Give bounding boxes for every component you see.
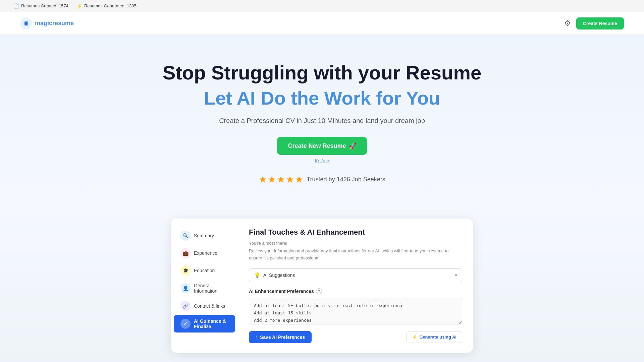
hero-subtext: Create a Professional CV in Just 10 Minu… [13,117,631,125]
bolt-icon: ⚡ [76,3,82,9]
lightbulb-icon: 💡 [254,272,261,279]
chevron-down-icon: ▾ [455,273,457,278]
ai-suggestions-label: AI Suggestions [263,273,295,278]
save-icon: ↑ [256,335,258,340]
ai-suggestions-dropdown[interactable]: 💡 AI Suggestions ▾ [249,268,462,282]
settings-icon[interactable]: ⚙ [564,19,571,28]
ai-preferences-textarea[interactable] [249,298,462,324]
sidebar-item-contact[interactable]: 🔗 Contact & links [174,298,235,314]
generate-bolt-icon: ⚡ [412,335,417,340]
experience-icon: 💼 [180,248,191,258]
sidebar-item-education[interactable]: 🎓 Education [174,262,235,279]
resumes-generated-text: Resumes Generated: 1305 [84,3,137,8]
ai-dropdown-left: 💡 AI Suggestions [254,272,295,279]
card-main: Final Touches & AI Enhancement You're al… [238,219,473,353]
sidebar-education-label: Education [194,268,215,273]
sidebar-ai-label: AI Guidance & Finalize [194,318,228,329]
topbar: 📄 Resumes Created: 1574 ⚡ Resumes Genera… [0,0,644,12]
sidebar-item-experience[interactable]: 💼 Experience [174,245,235,261]
card-sidebar: 🔍 Summary 💼 Experience 🎓 Education 👤 Gen… [171,219,238,353]
sidebar-contact-label: Contact & links [194,303,225,309]
generate-label: Generate using AI [419,335,457,340]
save-ai-preferences-button[interactable]: ↑ Save AI Preferences [249,331,312,343]
logo[interactable]: magicresume [20,17,74,29]
svg-point-1 [25,22,28,25]
card-desc1: You're almost there! [249,241,462,246]
summary-icon: 🔍 [180,231,191,241]
sidebar-summary-label: Summary [194,233,214,238]
hero-headline2: Let AI Do the Work for You [13,87,631,109]
resume-card: 🔍 Summary 💼 Experience 🎓 Education 👤 Gen… [171,219,473,353]
card-desc2: Review your information and provide any … [249,248,462,262]
pref-label: AI Enhancement Preferences ? [249,288,462,294]
card-section: 🔍 Summary 💼 Experience 🎓 Education 👤 Gen… [0,205,644,362]
create-resume-button[interactable]: Create Resume [576,17,624,29]
help-icon[interactable]: ? [316,288,322,294]
cta-label: Create New Resume [288,142,346,149]
generate-using-ai-button[interactable]: ⚡ Generate using AI [406,331,462,343]
logo-icon [20,17,32,29]
save-label: Save AI Preferences [260,335,305,340]
pref-label-text: AI Enhancement Preferences [249,289,314,294]
sidebar-item-general[interactable]: 👤 General Information [174,280,235,297]
ai-check-icon: ✓ [180,319,191,329]
sidebar-experience-label: Experience [194,250,217,256]
star-rating: ★★★★★ [259,174,304,185]
resumes-created-text: Resumes Created: 1574 [21,3,68,8]
sidebar-general-label: General Information [194,283,228,294]
rocket-icon: 🚀 [349,142,356,149]
resumes-created: 📄 Resumes Created: 1574 [13,3,68,9]
social-proof: ★★★★★ Trusted by 1426 Job Seekers [13,174,631,185]
resumes-generated: ⚡ Resumes Generated: 1305 [76,3,137,9]
its-free-link[interactable]: It's free [13,158,631,163]
contact-icon: 🔗 [180,301,191,311]
navbar: magicresume ⚙ Create Resume [0,12,644,35]
trusted-text: Trusted by 1426 Job Seekers [307,176,385,183]
education-icon: 🎓 [180,265,191,276]
hero-section: Stop Struggling with your Resume Let AI … [0,35,644,205]
card-title: Final Touches & AI Enhancement [249,228,462,237]
hero-headline1: Stop Struggling with your Resume [13,62,631,84]
sidebar-item-summary[interactable]: 🔍 Summary [174,227,235,244]
doc-icon: 📄 [13,3,19,9]
create-new-resume-button[interactable]: Create New Resume 🚀 [277,137,367,155]
card-footer: ↑ Save AI Preferences ⚡ Generate using A… [249,331,462,343]
logo-text: magicresume [35,20,74,27]
general-icon: 👤 [180,283,191,293]
sidebar-item-ai[interactable]: ✓ AI Guidance & Finalize [174,315,235,333]
nav-right: ⚙ Create Resume [564,17,624,29]
